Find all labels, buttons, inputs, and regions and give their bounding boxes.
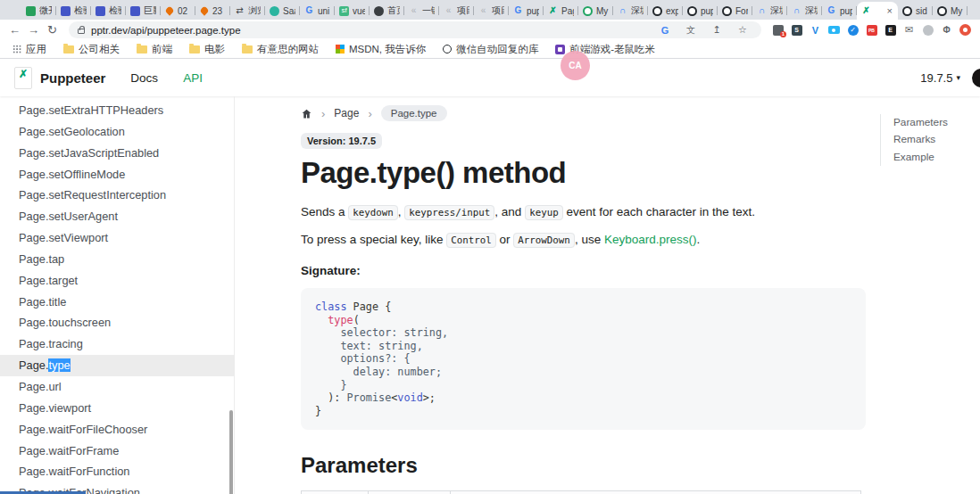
tab-close-icon[interactable]: × (887, 5, 893, 16)
brand-name[interactable]: Puppeteer (40, 70, 105, 86)
toc-item[interactable]: Parameters (893, 114, 980, 131)
browser-tab[interactable]: 02 (161, 2, 195, 20)
sidebar-item-selected[interactable]: Page.type (0, 355, 234, 376)
browser-tab[interactable]: ✗Pag (544, 2, 578, 20)
browser-tab[interactable]: Guni (300, 2, 335, 20)
extension-icons: 1SV✓PBE✉Φ (768, 23, 975, 37)
browser-tab-active[interactable]: ✗× (857, 2, 898, 20)
nav-docs[interactable]: Docs (130, 71, 158, 85)
docs-sidebar: Page.setExtraHTTPHeadersPage.setGeolocat… (0, 96, 235, 494)
sidebar-item[interactable]: Page.setRequestInterception (0, 185, 234, 206)
back-icon[interactable]: ← (5, 23, 24, 37)
e-extension-icon[interactable]: E (881, 23, 900, 37)
tab-title: pup (701, 6, 713, 16)
bookmark-item[interactable]: MSDN, 我告诉你 (336, 43, 426, 56)
puppeteer-logo-icon[interactable]: ✗ (14, 67, 32, 89)
browser-tab[interactable]: sfvue (335, 2, 370, 20)
browser-tab[interactable]: «一键 (404, 2, 439, 20)
browser-tab[interactable]: My (933, 2, 968, 20)
home-icon[interactable] (301, 108, 312, 119)
s-extension-icon[interactable]: S (787, 23, 806, 37)
browser-tab[interactable]: «项目 (439, 2, 474, 20)
power-extension-icon[interactable]: Φ (937, 23, 956, 37)
browser-tab[interactable]: Gpup (509, 2, 544, 20)
camera-extension-icon[interactable] (825, 23, 843, 37)
sidebar-item[interactable]: Page.waitForFileChooser (0, 419, 234, 440)
tab-title: 深圳 (631, 4, 644, 17)
browser-tab[interactable]: sid (898, 2, 933, 20)
browser-tab[interactable]: Gpup (822, 2, 857, 20)
bookmark-item[interactable]: 前端 (137, 43, 172, 56)
sidebar-item[interactable]: Page.url (0, 376, 234, 398)
browser-tab[interactable]: ⇄浏览 (230, 2, 265, 20)
sidebar-item[interactable]: Page.viewport (0, 398, 234, 419)
browser-tab[interactable]: ∩深圳 (787, 2, 822, 20)
toc-item[interactable]: Example (893, 149, 980, 166)
check-extension-icon[interactable]: ✓ (843, 23, 862, 37)
browser-tab[interactable]: Saa (265, 2, 300, 20)
keyboard-press-link[interactable]: Keyboard.press() (604, 233, 697, 246)
github-favicon (722, 6, 732, 16)
sidebar-item[interactable]: Page.waitForFrame (0, 440, 234, 462)
arrows-favicon: ⇄ (235, 6, 245, 16)
swirl-extension-icon[interactable] (918, 23, 937, 37)
sidebar-item[interactable]: Page.setOfflineMode (0, 164, 234, 185)
sidebar-item[interactable]: Page.tracing (0, 333, 234, 355)
bookmark-item[interactable]: 公司相关 (63, 43, 120, 56)
sidebar-item[interactable]: Page.tap (0, 249, 234, 270)
profile-badge-extension-icon[interactable]: 1 (768, 23, 787, 37)
browser-tab[interactable]: 检验 (56, 2, 91, 20)
browser-tab[interactable]: 巨影 (126, 2, 161, 20)
folder-icon (242, 45, 253, 54)
browser-tab[interactable]: «项目 (474, 2, 509, 20)
github-link-icon[interactable] (972, 69, 980, 87)
forward-icon[interactable]: → (24, 23, 43, 37)
bluearc-favicon: ∩ (757, 6, 767, 16)
browser-tab[interactable]: 微开 (21, 2, 56, 20)
greenring-favicon (583, 6, 593, 16)
reload-icon[interactable]: ↻ (43, 23, 62, 37)
bookmark-item[interactable]: 电影 (189, 43, 225, 56)
tab-title: 检验 (74, 4, 87, 17)
browser-tab[interactable]: exp (648, 2, 683, 20)
pin-favicon (199, 5, 209, 15)
toc-item[interactable]: Remarks (893, 131, 980, 148)
browser-tab[interactable]: For (718, 2, 752, 20)
browser-tab[interactable]: ∩深圳 (613, 2, 648, 20)
sidebar-item[interactable]: Page.target (0, 270, 234, 292)
bookmark-item[interactable]: 微信自动回复的库 (443, 43, 538, 56)
breadcrumb-page[interactable]: Page (334, 107, 359, 119)
browser-tab[interactable]: ∩深圳 (752, 2, 787, 20)
nav-api[interactable]: API (183, 71, 203, 85)
sidebar-item[interactable]: Page.setUserAgent (0, 206, 234, 227)
bookmark-item[interactable]: 有意思的网站 (242, 43, 319, 56)
bookmark-star-icon[interactable]: ☆ (733, 24, 752, 36)
browser-tab[interactable]: 检验 (91, 2, 126, 20)
floating-avatar-badge[interactable]: CA (561, 51, 590, 80)
sidebar-item[interactable]: Page.setGeolocation (0, 121, 234, 143)
browser-tab[interactable]: 首页 (370, 2, 404, 20)
sidebar-item[interactable]: Page.setExtraHTTPHeaders (0, 100, 234, 121)
url-text[interactable]: pptr.dev/api/puppeteer.page.type (91, 25, 649, 36)
bookmark-item[interactable]: 应用 (12, 43, 46, 56)
mail-extension-icon[interactable]: ✉ (900, 23, 918, 37)
translate-icon[interactable]: 文 (681, 24, 701, 37)
sidebar-item[interactable]: Page.touchscreen (0, 312, 234, 333)
tab-title: pup (527, 6, 539, 16)
version-dropdown[interactable]: 19.7.5 ▾ (920, 71, 960, 85)
sidebar-scrollbar[interactable] (229, 410, 233, 494)
address-bar[interactable]: pptr.dev/api/puppeteer.page.type G 文 ↥ ☆ (69, 21, 761, 38)
sidebar-item[interactable]: Page.waitForFunction (0, 461, 234, 482)
sidebar-item[interactable]: Page.title (0, 292, 234, 313)
browser-tab[interactable]: My (578, 2, 613, 20)
avatar-extension-icon[interactable] (956, 23, 975, 37)
browser-tab[interactable]: pup (683, 2, 718, 20)
sidebar-item[interactable]: Page.setViewport (0, 227, 234, 249)
google-icon[interactable]: G (655, 25, 675, 36)
browser-tab[interactable]: 23 (195, 2, 230, 20)
tab-title: exp (666, 6, 678, 16)
pb-extension-icon[interactable]: PB (862, 23, 881, 37)
sidebar-item[interactable]: Page.setJavaScriptEnabled (0, 143, 234, 164)
v-extension-icon[interactable]: V (806, 23, 825, 37)
share-icon[interactable]: ↥ (707, 24, 727, 36)
